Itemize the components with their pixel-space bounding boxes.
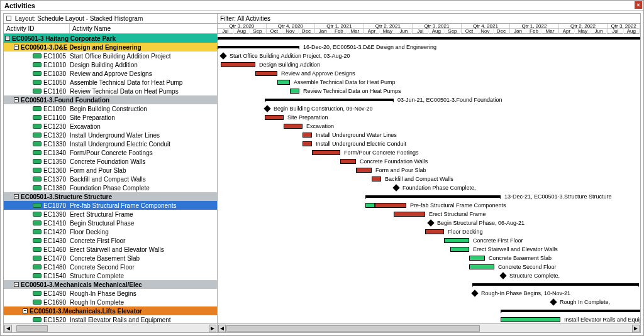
task-bar[interactable] [255, 71, 277, 76]
activity-row[interactable]: EC1870Pre-fab Structural Frame Component… [4, 201, 217, 210]
close-icon[interactable]: × [635, 1, 642, 9]
wbs-row[interactable]: −EC00501-3.Found Foundation [4, 95, 217, 104]
milestone[interactable] [499, 272, 506, 279]
activity-row[interactable]: EC1390Erect Structural Frame [4, 210, 217, 219]
activity-row[interactable]: EC1160Review Technical Data on Heat Pump… [4, 87, 217, 95]
layout-header[interactable]: Layout: Schedule Layout - Stacked Histog… [4, 14, 217, 24]
gantt-row: Concrete First Floor [218, 236, 640, 245]
left-hscroll[interactable]: ◄ ► [4, 323, 217, 332]
summary-bar[interactable] [472, 283, 639, 286]
activity-row[interactable]: EC1380Foundation Phase Complete [4, 183, 217, 192]
activity-row[interactable]: EC1460Erect Stairwell and Elevator Walls [4, 245, 217, 254]
activity-row[interactable]: EC1480Concrete Second Floor [4, 263, 217, 271]
activity-row[interactable]: EC1030Review and Approve Designs [4, 69, 217, 78]
milestone[interactable] [471, 290, 478, 296]
scroll-left-icon[interactable]: ◄ [4, 325, 12, 332]
collapse-icon[interactable]: − [14, 194, 19, 199]
activity-row[interactable]: EC1050Assemble Technical Data for Heat P… [4, 78, 217, 87]
right-hscroll[interactable]: ◄ ► [218, 323, 640, 332]
task-bar[interactable] [450, 247, 469, 252]
collapse-icon[interactable]: − [23, 308, 28, 313]
summary-bar[interactable] [265, 99, 394, 101]
activity-id: EC1460 [43, 246, 66, 253]
col-activity-id[interactable]: Activity ID [4, 24, 70, 33]
activity-name: Concrete Foundation Walls [70, 158, 217, 165]
activity-row[interactable]: EC1470Concrete Basement Slab [4, 254, 217, 263]
task-bar[interactable] [303, 141, 312, 146]
task-bar[interactable] [277, 80, 290, 85]
task-bar[interactable] [340, 159, 356, 164]
collapse-icon[interactable]: − [14, 45, 19, 50]
task-bar[interactable] [303, 133, 312, 138]
activity-row[interactable]: EC1690Rough In Complete [4, 298, 217, 306]
task-bar[interactable] [469, 264, 494, 269]
activity-row[interactable]: EC1410Begin Structural Phase [4, 219, 217, 227]
activity-row[interactable]: EC1420Floor Decking [4, 227, 217, 236]
scroll-thumb[interactable] [16, 325, 48, 332]
collapse-icon[interactable]: − [5, 36, 10, 41]
summary-bar[interactable] [365, 195, 501, 198]
activity-row[interactable]: EC1490Rough-In Phase Begins [4, 289, 217, 298]
summary-bar[interactable] [218, 37, 640, 40]
wbs-row[interactable]: −EC00501-3 Haitang Corporate Park [4, 34, 217, 43]
timescale: Qtr 3, 2020JulAugSepQtr 4, 2020OctNovDec… [218, 24, 640, 34]
task-bar[interactable] [356, 168, 372, 173]
task-bar[interactable] [290, 89, 299, 94]
activity-row[interactable]: EC1330Install Underground Electric Condu… [4, 139, 217, 148]
activity-id: EC1350 [43, 158, 66, 165]
activity-id: EC1370 [43, 176, 66, 183]
task-bar[interactable] [469, 256, 485, 261]
activity-row[interactable]: EC1100Site Preparation [4, 113, 217, 122]
scroll-thumb[interactable] [226, 325, 480, 332]
activity-row[interactable]: EC1370Backfill and Compact Walls [4, 175, 217, 183]
gantt-row: Install Underground Water Lines [218, 131, 640, 139]
wbs-row[interactable]: −EC00501-3.Mechanicals.Lifts Elevator [4, 306, 217, 315]
collapse-icon[interactable]: − [14, 97, 19, 102]
activities-view: Activities × Layout: Schedule Layout - S… [0, 0, 644, 336]
wbs-row[interactable]: −EC00501-3.Mechanicals Mechanical/Elec [4, 280, 217, 289]
milestone[interactable] [427, 219, 434, 226]
milestone[interactable] [219, 52, 226, 59]
task-bar[interactable] [284, 124, 303, 129]
task-bar[interactable] [444, 238, 469, 243]
activity-row[interactable]: EC1360Form and Pour Slab [4, 166, 217, 175]
scroll-left-icon[interactable]: ◄ [218, 325, 226, 332]
col-activity-name[interactable]: Activity Name [70, 24, 217, 33]
scroll-right-icon[interactable]: ► [632, 325, 640, 332]
activity-row[interactable]: EC1350Concrete Foundation Walls [4, 157, 217, 166]
bar-label: Start Office Building Addition Project, … [230, 52, 350, 60]
activity-tree[interactable]: −EC00501-3 Haitang Corporate Park−EC0050… [4, 34, 217, 323]
gantt-row: Foundation Phase Complete, [218, 183, 640, 192]
milestone[interactable] [392, 184, 399, 191]
task-bar[interactable] [501, 317, 560, 322]
activity-row[interactable]: EC1005Start Office Building Addition Pro… [4, 51, 217, 60]
task-bar[interactable] [372, 176, 381, 182]
summary-bar[interactable] [501, 310, 640, 312]
summary-bar[interactable] [218, 46, 299, 48]
activity-row[interactable]: EC1520Install Elevator Rails and Equipme… [4, 315, 217, 323]
activity-row[interactable]: EC1540Structure Complete [4, 271, 217, 280]
gantt-body[interactable]: 03-Aug-16-Dec-20, EC00501-3.D&E Design a… [218, 34, 640, 323]
collapse-icon[interactable]: − [14, 282, 19, 287]
activity-row[interactable]: EC1090Begin Building Construction [4, 104, 217, 113]
task-bar[interactable] [312, 150, 340, 155]
milestone[interactable] [264, 105, 270, 112]
activity-row[interactable]: EC1230Excavation [4, 122, 217, 131]
wbs-row[interactable]: −EC00501-3.Structure Structure [4, 192, 217, 201]
wbs-row[interactable]: −EC00501-3.D&E Design and Engineering [4, 43, 217, 51]
activity-row[interactable]: EC1430Concrete First Floor [4, 236, 217, 245]
filter-header[interactable]: Filter: All Activities [218, 14, 640, 24]
task-bar[interactable] [365, 203, 375, 208]
bar-label: Backfill and Compact Walls [385, 175, 453, 183]
activity-icon [33, 106, 42, 111]
task-bar[interactable] [221, 62, 255, 67]
milestone[interactable] [550, 298, 557, 305]
task-bar[interactable] [394, 212, 425, 217]
activity-row[interactable]: EC1320Install Underground Water Lines [4, 131, 217, 139]
task-bar[interactable] [425, 229, 444, 234]
task-bar[interactable] [265, 115, 284, 120]
scroll-right-icon[interactable]: ► [209, 325, 216, 332]
task-bar[interactable] [375, 203, 406, 208]
activity-row[interactable]: EC1340Form/Pour Concrete Footings [4, 148, 217, 157]
activity-row[interactable]: EC1010Design Building Addition [4, 60, 217, 69]
